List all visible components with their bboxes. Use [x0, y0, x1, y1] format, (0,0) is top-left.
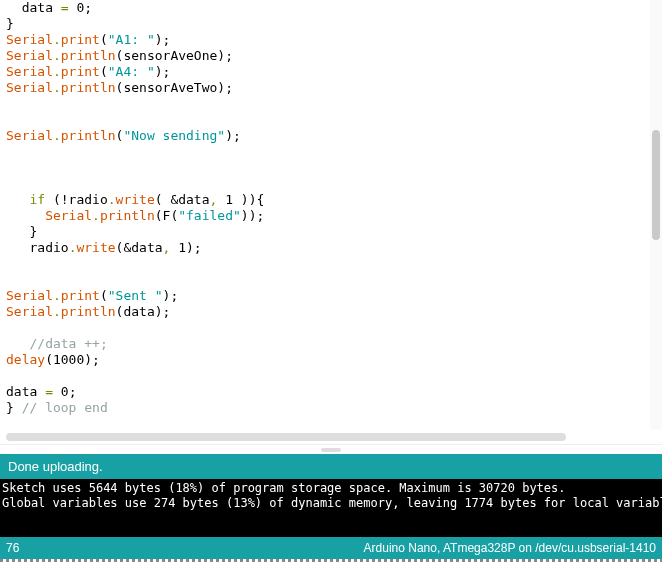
- code-content[interactable]: data = 0; } Serial.print("A1: "); Serial…: [6, 0, 656, 416]
- status-bar: Done uploading.: [0, 454, 662, 479]
- vertical-scrollbar-thumb[interactable]: [652, 130, 660, 240]
- vertical-scrollbar[interactable]: [650, 0, 662, 430]
- horizontal-scrollbar[interactable]: [0, 430, 662, 444]
- pane-splitter[interactable]: [0, 444, 662, 454]
- console-line: Global variables use 274 bytes (13%) of …: [2, 496, 662, 510]
- code-editor[interactable]: data = 0; } Serial.print("A1: "); Serial…: [0, 0, 662, 430]
- bottom-status-bar: 76 Arduino Nano, ATmega328P on /dev/cu.u…: [0, 537, 662, 559]
- status-text: Done uploading.: [8, 459, 103, 474]
- board-port-info: Arduino Nano, ATmega328P on /dev/cu.usbs…: [364, 541, 656, 555]
- splitter-handle-icon: [321, 448, 341, 452]
- console-output[interactable]: Sketch uses 5644 bytes (18%) of program …: [0, 479, 662, 537]
- horizontal-scrollbar-thumb[interactable]: [6, 433, 566, 441]
- line-number: 76: [6, 541, 19, 555]
- console-line: Sketch uses 5644 bytes (18%) of program …: [2, 481, 566, 495]
